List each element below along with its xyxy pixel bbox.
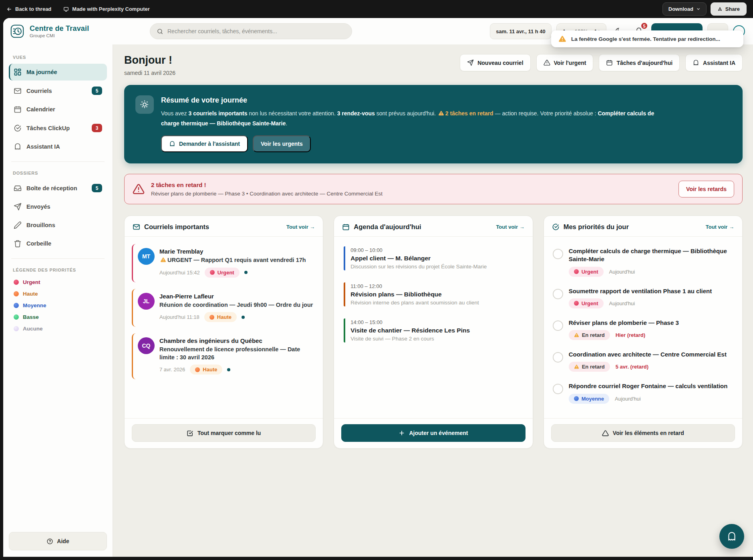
daily-summary-banner: Résumé de votre journée Vous avez 3 cour… — [124, 85, 743, 163]
sidebar-item-calendrier[interactable]: Calendrier — [9, 101, 107, 118]
ask-assistant-button[interactable]: Demander à l'assistant — [161, 135, 248, 152]
made-with-label: Made with Perplexity Computer — [63, 6, 150, 12]
monitor-icon — [63, 6, 69, 12]
back-to-thread-link[interactable]: Back to thread — [6, 6, 51, 12]
task-checkbox[interactable] — [553, 352, 563, 363]
task-checkbox[interactable] — [553, 249, 563, 259]
event-time: 11:00 – 12:00 — [350, 283, 523, 289]
share-button[interactable]: Share — [711, 2, 747, 16]
priority-task: Réviser plans de plomberie — Phase 3 En … — [553, 319, 733, 340]
mark-all-read-button[interactable]: Tout marquer comme lu — [132, 424, 316, 442]
agenda-item[interactable]: 14:00 – 15:00 Visite de chantier — Résid… — [344, 318, 523, 342]
agenda-see-all-link[interactable]: Tout voir → — [496, 224, 524, 230]
email-item[interactable]: CQ Chambre des ingénieurs du Québec Reno… — [132, 333, 316, 379]
assistant-ia-button[interactable]: Assistant IA — [685, 54, 743, 71]
task-checkbox[interactable] — [553, 384, 563, 394]
priorities-see-all-link[interactable]: Tout voir → — [706, 224, 734, 230]
event-description: Visite de suivi — Phase 2 en cours — [350, 336, 523, 342]
inbox-badge: 5 — [92, 184, 102, 192]
task-title: Coordination avec architecte — Centre Co… — [569, 351, 727, 359]
summary-title: Résumé de votre journée — [161, 96, 674, 105]
priority-task: Soumettre rapport de ventilation Phase 1… — [553, 287, 733, 308]
basse-dot — [14, 314, 19, 320]
task-title: Répondre courriel Roger Fontaine — calcu… — [569, 382, 728, 390]
datetime-pill: sam. 11 avr., 11 h 40 — [490, 23, 552, 39]
moyenne-dot — [14, 303, 19, 308]
sidebar: VUES Ma journée Courriels 5 Calendrier T… — [3, 44, 113, 557]
overdue-badge: En retard — [569, 330, 610, 340]
view-urgents-button[interactable]: Voir les urgents — [253, 135, 311, 152]
task-due: 5 avr. (retard) — [616, 364, 648, 370]
legend-basse: Basse — [9, 311, 107, 323]
view-overdue-button[interactable]: Voir les retards — [679, 181, 734, 197]
warning-amber-icon — [574, 332, 579, 338]
new-email-button[interactable]: Nouveau courriel — [460, 54, 530, 71]
email-sender: Marie Tremblay — [159, 248, 306, 255]
notification-badge: 5 — [640, 22, 648, 30]
ghost-icon — [726, 531, 737, 542]
alert-title: 2 tâches en retard ! — [151, 181, 383, 188]
email-time: Aujourd'hui 15:42 — [159, 270, 200, 276]
priority-task: Compléter calculs de charge thermique — … — [553, 247, 733, 277]
aucune-dot — [14, 326, 19, 331]
urgent-dot — [14, 280, 19, 285]
main-content: Bonjour ! samedi 11 avril 2026 Nouveau c… — [113, 44, 753, 557]
warning-amber-icon — [160, 257, 166, 263]
sidebar-item-courriels[interactable]: Courriels 5 — [9, 82, 107, 99]
sidebar-item-boite-reception[interactable]: Boîte de réception 5 — [9, 179, 107, 197]
sun-icon — [135, 95, 154, 114]
page-title: Bonjour ! — [124, 54, 175, 66]
task-checkbox[interactable] — [553, 320, 563, 331]
agenda-item[interactable]: 09:00 – 10:00 Appel client — M. Bélanger… — [344, 246, 523, 270]
calendar-icon — [14, 105, 22, 113]
urgent-dot — [574, 301, 579, 306]
sidebar-item-brouillons[interactable]: Brouillons — [9, 217, 107, 234]
trash-icon — [14, 240, 22, 248]
haute-dot — [195, 367, 200, 372]
agenda-item[interactable]: 11:00 – 12:00 Révision plans — Bibliothè… — [344, 282, 523, 306]
event-description: Discussion sur les révisions du projet É… — [350, 264, 523, 270]
priorities-card: Mes priorités du jour Tout voir → Complé… — [544, 216, 743, 449]
arrow-left-icon — [6, 6, 12, 12]
global-search[interactable] — [150, 23, 352, 39]
sidebar-item-corbeille[interactable]: Corbeille — [9, 235, 107, 252]
check-circle-icon — [14, 124, 22, 132]
sidebar-item-taches-clickup[interactable]: Tâches ClickUp 3 — [9, 119, 107, 137]
priority-task: Coordination avec architecte — Centre Co… — [553, 351, 733, 372]
toast-notification[interactable]: La fenêtre Google s'est fermée. Tentativ… — [551, 30, 743, 47]
inbox-icon — [14, 184, 22, 192]
search-input[interactable] — [167, 28, 345, 34]
sidebar-item-envoyes[interactable]: Envoyés — [9, 198, 107, 215]
emails-see-all-link[interactable]: Tout voir → — [286, 224, 315, 230]
calendar-icon — [342, 223, 350, 231]
add-event-button[interactable]: Ajouter un événement — [341, 424, 525, 442]
unread-dot — [227, 368, 230, 371]
mail-icon — [133, 223, 140, 231]
download-button[interactable]: Download — [662, 2, 707, 16]
toast-message: La fenêtre Google s'est fermée. Tentativ… — [571, 36, 720, 42]
warning-triangle-icon — [544, 59, 550, 66]
sidebar-item-ma-journee[interactable]: Ma journée — [9, 64, 107, 81]
email-item[interactable]: JL Jean-Pierre Lafleur Réunion de coordi… — [132, 289, 316, 327]
email-item[interactable]: MT Marie Tremblay URGENT — Rapport Q1 re… — [132, 244, 316, 282]
urgent-dot — [210, 270, 215, 275]
task-checkbox[interactable] — [553, 289, 563, 299]
overdue-badge: En retard — [569, 362, 610, 372]
help-button[interactable]: Aide — [9, 532, 107, 550]
dashboard-grid-icon — [14, 68, 22, 76]
task-due: Aujourd'hui — [609, 269, 635, 275]
priority-badge: Urgent — [569, 298, 604, 308]
back-label: Back to thread — [15, 6, 51, 12]
view-overdue-items-button[interactable]: Voir les éléments en retard — [551, 424, 735, 442]
task-title: Soumettre rapport de ventilation Phase 1… — [569, 287, 712, 295]
triangle-icon — [602, 430, 609, 437]
assistant-chat-fab[interactable] — [719, 524, 744, 549]
event-title: Appel client — M. Bélanger — [350, 255, 523, 262]
sidebar-item-assistant-ia[interactable]: Assistant IA — [9, 138, 107, 155]
legend-moyenne: Moyenne — [9, 300, 107, 311]
view-urgent-button[interactable]: Voir l'urgent — [536, 54, 594, 71]
today-tasks-button[interactable]: Tâches d'aujourd'hui — [599, 54, 680, 71]
email-time: 7 avr. 2026 — [159, 367, 185, 373]
app-window: Centre de Travail Groupe CMI sam. 11 avr… — [3, 18, 753, 557]
assistant-ghost-icon — [14, 143, 22, 151]
